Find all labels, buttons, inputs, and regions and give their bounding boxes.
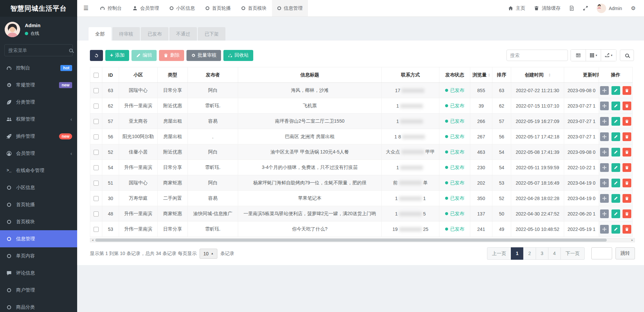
search-toggle-button[interactable] — [620, 50, 634, 61]
delete-row-button[interactable] — [623, 209, 631, 218]
col-created-sortable[interactable]: 创建时间▴▾ — [511, 67, 564, 83]
row-checkbox[interactable] — [94, 211, 99, 216]
sidebar-item-product-categories[interactable]: 商品分类 — [0, 299, 77, 312]
move-row-button[interactable] — [600, 102, 609, 110]
delete-button[interactable]: 删除 — [159, 50, 184, 61]
edit-row-button[interactable] — [611, 86, 620, 95]
sidebar-item-dashboard[interactable]: 控制台 hot — [0, 59, 77, 76]
edit-button[interactable]: 编辑 — [131, 50, 157, 61]
move-row-button[interactable] — [600, 117, 609, 126]
sidebar-item-members[interactable]: 会员管理 ‹ — [0, 145, 77, 162]
move-row-button[interactable] — [600, 209, 609, 218]
edit-row-button[interactable] — [611, 148, 620, 157]
row-checkbox[interactable] — [94, 227, 99, 232]
topnav-item-members[interactable]: 会员管理 — [127, 0, 164, 16]
columns-button[interactable]: ▾ — [586, 50, 601, 61]
move-row-button[interactable] — [600, 86, 609, 95]
row-checkbox[interactable] — [94, 150, 99, 155]
horizontal-scrollbar[interactable]: ◂ ▸ — [90, 238, 635, 242]
edit-row-button[interactable] — [611, 179, 620, 187]
delete-row-button[interactable] — [623, 117, 631, 126]
tab-rejected[interactable]: 不通过 — [169, 27, 197, 41]
jump-button[interactable]: 跳转 — [615, 247, 635, 259]
row-checkbox[interactable] — [94, 104, 99, 109]
delete-row-button[interactable] — [623, 132, 631, 141]
home-button[interactable]: 主页 — [504, 0, 530, 16]
sidebar-item-info-management[interactable]: 信息管理 — [0, 230, 77, 247]
scroll-left-icon[interactable]: ◂ — [90, 238, 95, 242]
table-search-input[interactable] — [506, 50, 568, 61]
edit-row-button[interactable] — [611, 163, 620, 172]
col-views-sortable[interactable]: 浏览量▴▾ — [470, 67, 492, 83]
page-button-1[interactable]: 1 — [511, 247, 524, 260]
sidebar-item-home-carousel[interactable]: 首页轮播 — [0, 196, 77, 213]
row-checkbox[interactable] — [94, 88, 99, 93]
sidebar-search-input[interactable] — [8, 48, 69, 53]
delete-row-button[interactable] — [623, 148, 631, 157]
scrollbar-thumb[interactable] — [95, 239, 607, 242]
row-checkbox[interactable] — [94, 119, 99, 124]
topnav-item-dashboard[interactable]: 控制台 — [95, 0, 127, 16]
move-row-button[interactable] — [600, 179, 609, 187]
edit-row-button[interactable] — [611, 117, 620, 126]
move-row-button[interactable] — [600, 194, 609, 203]
sidebar-item-general[interactable]: 常规管理 new — [0, 76, 77, 93]
document-icon[interactable] — [565, 0, 579, 16]
settings-gears-icon[interactable]: ⚙ — [627, 0, 640, 16]
move-row-button[interactable] — [600, 163, 609, 172]
delete-row-button[interactable] — [623, 225, 631, 234]
edit-row-button[interactable] — [611, 225, 620, 234]
hamburger-icon[interactable]: ☰ — [77, 0, 95, 16]
row-checkbox[interactable] — [94, 181, 99, 186]
fullscreen-icon[interactable] — [579, 0, 592, 16]
sidebar-item-permissions[interactable]: 权限管理 ‹ — [0, 111, 77, 128]
page-button-4[interactable]: 4 — [548, 247, 561, 260]
sidebar-item-plugins[interactable]: 插件管理 new — [0, 128, 77, 145]
delete-row-button[interactable] — [623, 163, 631, 172]
tab-offline[interactable]: 已下架 — [198, 27, 225, 41]
topnav-item-info-management[interactable]: 信息管理 — [272, 0, 308, 16]
sidebar-item-category[interactable]: 分类管理 — [0, 93, 77, 111]
move-row-button[interactable] — [600, 148, 609, 157]
tab-published[interactable]: 已发布 — [141, 27, 168, 41]
page-size-dropdown[interactable]: 10 ▲ — [200, 249, 217, 259]
jump-page-input[interactable] — [591, 247, 612, 259]
delete-row-button[interactable] — [623, 194, 631, 203]
edit-row-button[interactable] — [611, 194, 620, 203]
page-button-2[interactable]: 2 — [523, 247, 536, 260]
tab-all[interactable]: 全部 — [89, 27, 111, 41]
user-menu[interactable]: Admin — [592, 0, 627, 16]
sidebar-item-online-commands[interactable]: >_ 在线命令管理 — [0, 162, 77, 179]
detail-view-button[interactable] — [571, 50, 586, 61]
row-checkbox[interactable] — [94, 196, 99, 201]
export-button[interactable]: ▾ — [601, 50, 616, 61]
topnav-item-home-modules[interactable]: 首页模块 — [236, 0, 272, 16]
row-checkbox[interactable] — [94, 165, 99, 170]
clear-cache-button[interactable]: 清除缓存 — [530, 0, 565, 16]
sidebar-item-community-info[interactable]: 小区信息 — [0, 179, 77, 196]
row-checkbox[interactable] — [94, 134, 99, 139]
select-all-checkbox[interactable] — [94, 73, 99, 78]
recycle-bin-button[interactable]: 回收站 — [223, 50, 253, 61]
topnav-item-community-info[interactable]: 小区信息 — [164, 0, 200, 16]
edit-row-button[interactable] — [611, 102, 620, 110]
refresh-button[interactable] — [90, 50, 103, 61]
move-row-button[interactable] — [600, 225, 609, 234]
add-button[interactable]: + 添加 — [105, 50, 129, 61]
sidebar-item-comments[interactable]: 评论信息 — [0, 264, 77, 282]
topnav-item-home-carousel[interactable]: 首页轮播 — [200, 0, 236, 16]
next-page-button[interactable]: 下一页 — [560, 247, 585, 260]
move-row-button[interactable] — [600, 132, 609, 141]
scroll-right-icon[interactable]: ▸ — [630, 238, 635, 242]
sidebar-item-single-page[interactable]: 单页内容 — [0, 247, 77, 264]
edit-row-button[interactable] — [611, 132, 620, 141]
delete-row-button[interactable] — [623, 102, 631, 110]
delete-row-button[interactable] — [623, 86, 631, 95]
batch-audit-button[interactable]: 批量审核 — [186, 50, 221, 61]
sidebar-item-home-modules[interactable]: 首页模块 — [0, 213, 77, 230]
delete-row-button[interactable] — [623, 179, 631, 187]
sidebar-item-merchants[interactable]: 商户管理 — [0, 282, 77, 299]
prev-page-button[interactable]: 上一页 — [487, 247, 511, 260]
edit-row-button[interactable] — [611, 209, 620, 218]
page-button-3[interactable]: 3 — [536, 247, 548, 260]
